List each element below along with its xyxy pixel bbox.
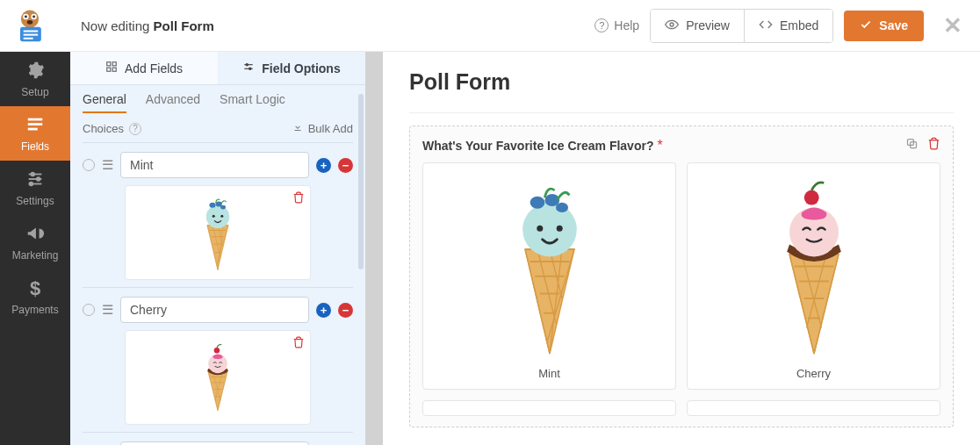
sidebar-label: Marketing <box>12 249 59 262</box>
svg-point-20 <box>670 23 674 26</box>
form-icon <box>25 115 45 137</box>
svg-point-37 <box>249 68 251 69</box>
svg-point-13 <box>25 15 27 18</box>
editing-label: Now editing Poll Form <box>81 18 214 33</box>
svg-rect-33 <box>112 68 116 71</box>
trash-icon[interactable] <box>292 191 305 207</box>
form-title: Poll Form <box>409 69 954 95</box>
svg-rect-32 <box>107 68 111 71</box>
choice-image-preview[interactable] <box>125 330 311 425</box>
bullhorn-icon <box>25 224 45 246</box>
sidebar-label: Payments <box>11 304 58 316</box>
cherry-cone-icon <box>748 176 880 360</box>
field-panel: Add Fields Field Options General Advance… <box>70 52 365 445</box>
divider <box>409 112 954 113</box>
eye-icon <box>665 18 679 34</box>
sidebar-item-payments[interactable]: $ Payments <box>0 269 70 324</box>
svg-point-15 <box>27 20 32 25</box>
svg-rect-19 <box>24 38 33 39</box>
embed-button[interactable]: Embed <box>744 10 832 42</box>
subtab-general[interactable]: General <box>83 92 126 113</box>
choice-input[interactable] <box>120 297 309 323</box>
svg-rect-17 <box>24 31 38 32</box>
grid-icon <box>105 61 118 75</box>
download-icon <box>292 122 303 135</box>
code-icon <box>759 18 773 34</box>
tab-field-options[interactable]: Field Options <box>218 52 365 84</box>
svg-point-10 <box>21 11 39 28</box>
sidebar-item-settings[interactable]: Settings <box>0 161 70 215</box>
sidebar-label: Setup <box>21 86 48 98</box>
form-preview: Poll Form What's Your Favorite Ice Cream… <box>383 52 980 445</box>
option-card[interactable] <box>422 400 676 416</box>
tab-add-fields[interactable]: Add Fields <box>70 52 218 84</box>
embed-label: Embed <box>780 18 818 32</box>
sliders-icon <box>242 61 255 75</box>
check-icon <box>860 18 872 33</box>
choice-image-preview[interactable] <box>125 185 311 280</box>
choice-row: ☰ + − <box>83 287 353 432</box>
save-label: Save <box>879 18 908 32</box>
duplicate-button[interactable] <box>905 137 919 154</box>
add-choice-button[interactable]: + <box>316 303 331 318</box>
tab-label: Add Fields <box>125 61 183 75</box>
choice-row: ☰ + − <box>83 142 353 287</box>
option-card[interactable] <box>687 400 940 416</box>
delete-button[interactable] <box>927 137 940 154</box>
bulk-add-link[interactable]: Bulk Add <box>292 122 353 135</box>
save-button[interactable]: Save <box>844 11 924 41</box>
default-radio[interactable] <box>83 159 95 171</box>
svg-rect-31 <box>112 62 116 66</box>
option-card[interactable]: Cherry <box>687 162 940 390</box>
drag-handle-icon[interactable]: ☰ <box>102 302 113 318</box>
main-sidebar: Setup Fields Settings Marketing $ Paymen… <box>0 52 70 445</box>
sliders-icon <box>25 169 45 191</box>
help-link[interactable]: ? Help <box>594 18 639 32</box>
choice-input[interactable] <box>120 152 309 178</box>
field-card[interactable]: What's Your Favorite Ice Cream Flavor? *… <box>409 126 954 427</box>
help-icon: ? <box>594 18 609 32</box>
drag-handle-icon[interactable]: ☰ <box>102 157 113 173</box>
bulk-add-label: Bulk Add <box>308 122 353 135</box>
scrollbar[interactable] <box>358 94 364 269</box>
preview-button[interactable]: Preview <box>651 10 744 42</box>
required-asterisk: * <box>657 138 662 154</box>
sidebar-label: Fields <box>21 140 49 153</box>
option-label: Mint <box>538 367 560 380</box>
gear-icon <box>25 61 45 83</box>
default-radio[interactable] <box>83 304 95 316</box>
svg-rect-23 <box>28 127 38 130</box>
sidebar-item-marketing[interactable]: Marketing <box>0 215 70 269</box>
svg-rect-21 <box>28 118 43 120</box>
subtab-smart-logic[interactable]: Smart Logic <box>220 92 285 113</box>
svg-rect-22 <box>28 123 43 126</box>
field-label: What's Your Favorite Ice Cream Flavor? <box>422 139 653 153</box>
close-button[interactable]: ✕ <box>938 9 968 43</box>
choices-label: Choices <box>83 122 124 135</box>
svg-rect-30 <box>107 62 111 66</box>
remove-choice-button[interactable]: − <box>338 158 353 173</box>
editing-prefix: Now editing <box>81 18 154 33</box>
dollar-icon: $ <box>30 277 40 300</box>
trash-icon[interactable] <box>292 336 305 352</box>
svg-point-29 <box>30 182 33 185</box>
svg-point-35 <box>246 64 248 66</box>
remove-choice-button[interactable]: − <box>338 303 353 318</box>
add-choice-button[interactable]: + <box>316 158 331 173</box>
help-label: Help <box>614 18 639 32</box>
panel-resize-handle[interactable] <box>365 52 383 445</box>
svg-point-25 <box>31 172 34 176</box>
form-name: Poll Form <box>154 18 214 33</box>
sidebar-item-setup[interactable]: Setup <box>0 52 70 106</box>
choice-row: ☰ + − <box>83 432 353 445</box>
mint-cone-icon <box>484 176 616 360</box>
mint-cone-icon <box>191 191 244 275</box>
svg-point-27 <box>37 177 40 181</box>
help-icon[interactable]: ? <box>129 123 141 135</box>
option-label: Cherry <box>796 367 831 380</box>
option-card[interactable]: Mint <box>422 162 676 390</box>
choice-input[interactable] <box>120 441 309 445</box>
subtab-advanced[interactable]: Advanced <box>146 92 200 113</box>
sidebar-label: Settings <box>16 195 54 207</box>
sidebar-item-fields[interactable]: Fields <box>0 106 70 161</box>
